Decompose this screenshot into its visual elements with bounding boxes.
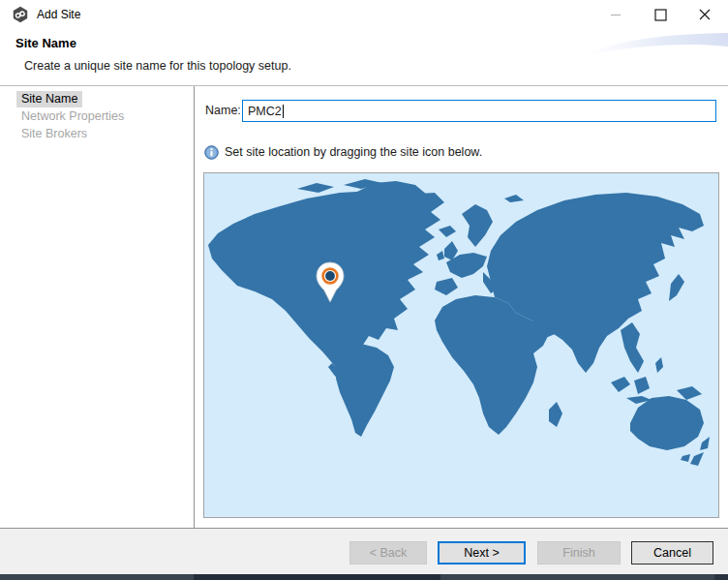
wizard-header: Site Name Create a unique site name for … [0,29,728,86]
wizard-steps-sidebar: Site Name Network Properties Site Broker… [0,86,195,528]
main-panel: Name: PMC2 Set site location by dragging… [196,86,728,528]
site-location-map[interactable] [203,172,719,518]
site-name-value: PMC2 [248,105,282,118]
name-label: Name: [205,104,241,117]
titlebar: Add Site [0,0,728,29]
location-pin-icon[interactable] [316,261,345,303]
minimize-icon [610,9,622,20]
info-row: Set site location by dragging the site i… [204,144,482,160]
page-subtitle: Create a unique site name for this topol… [24,59,291,73]
window-controls [593,0,727,29]
maximize-button[interactable] [638,0,682,29]
cancel-button[interactable]: Cancel [631,541,713,565]
close-icon [699,9,711,20]
maximize-icon [654,9,667,21]
dialog-body: Site Name Network Properties Site Broker… [0,86,728,528]
finish-button: Finish [537,541,621,565]
window-title: Add Site [37,0,80,29]
sidebar-item-site-name[interactable]: Site Name [16,91,82,107]
add-site-dialog: Add Site Site Name Cr [0,0,728,580]
background-window-edge-corner [714,574,728,580]
info-text: Set site location by dragging the site i… [225,145,482,159]
site-name-input[interactable]: PMC2 [242,100,716,122]
sidebar-item-network-properties: Network Properties [16,108,129,125]
background-window-edge [0,574,728,580]
button-bar: < Back Next > Finish Cancel [0,529,728,574]
close-button[interactable] [682,0,727,29]
minimize-button [593,0,638,29]
page-title: Site Name [15,36,76,50]
text-caret [283,105,284,118]
sidebar-item-site-brokers: Site Brokers [16,126,92,142]
info-circle-icon [204,145,219,160]
header-decoration [583,31,728,56]
world-map-svg [204,173,718,517]
next-button[interactable]: Next > [438,541,526,565]
back-button: < Back [349,541,427,565]
continents [208,179,710,466]
background-window-edge-segment [194,574,440,580]
hexagon-links-icon [12,6,29,23]
